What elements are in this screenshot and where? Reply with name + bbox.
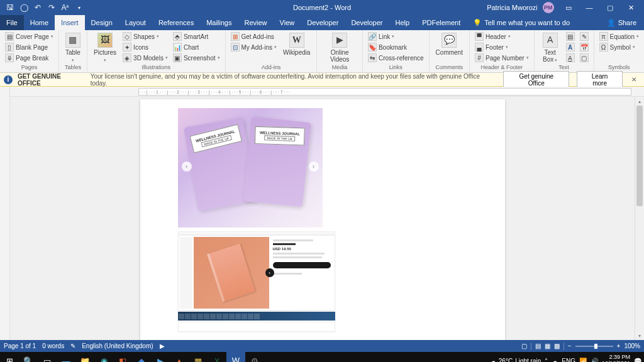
- search-icon[interactable]: 🔍: [19, 352, 38, 362]
- redo-icon[interactable]: ↷: [47, 3, 57, 13]
- tray-lang[interactable]: ENG: [562, 358, 575, 363]
- share-button[interactable]: 👤 Share: [607, 19, 644, 27]
- object-button[interactable]: ▢: [579, 53, 590, 63]
- embedded-image-journals[interactable]: WELLNESS JOURNALMADE IN THE UK WELLNESS …: [178, 108, 323, 228]
- table-button[interactable]: ▦Table: [63, 31, 83, 64]
- page-break-button[interactable]: ⤋Page Break: [4, 53, 55, 63]
- tab-review[interactable]: Review: [238, 15, 274, 30]
- task-view-icon[interactable]: ▭: [38, 352, 57, 362]
- start-button[interactable]: ⊞: [0, 352, 19, 362]
- edge-icon[interactable]: ◉: [94, 352, 113, 362]
- display-settings-icon[interactable]: ▢: [521, 343, 527, 349]
- user-avatar[interactable]: PM: [543, 2, 554, 13]
- tab-view[interactable]: View: [274, 15, 301, 30]
- icons-button[interactable]: ✦Icons: [121, 42, 169, 52]
- taskbar-app-2[interactable]: ◧: [113, 352, 132, 362]
- tab-developer-2[interactable]: Developer: [345, 15, 389, 30]
- page-number-button[interactable]: #Page Number: [474, 53, 530, 63]
- weather-widget[interactable]: ☁ 26°C Light rain: [490, 358, 541, 363]
- wordart-button[interactable]: A: [565, 42, 576, 52]
- notifications-icon[interactable]: 💬: [634, 358, 641, 363]
- sigline-button[interactable]: ✎: [579, 31, 590, 41]
- ribbon-options-icon[interactable]: ▭: [559, 0, 578, 15]
- tab-home[interactable]: Home: [24, 15, 55, 30]
- qat-icon[interactable]: ◯: [19, 3, 29, 13]
- zoom-level[interactable]: 100%: [624, 343, 640, 349]
- tab-insert[interactable]: Insert: [55, 15, 85, 30]
- get-addins-button[interactable]: ⊞Get Add-ins: [230, 31, 278, 41]
- learn-more-button[interactable]: Learn more: [577, 71, 623, 89]
- tell-me-search[interactable]: 💡 Tell me what you want to do: [473, 19, 570, 27]
- comment-button[interactable]: 💬Comment: [433, 31, 465, 57]
- excel-icon[interactable]: X: [208, 352, 226, 362]
- tray-cloud-icon[interactable]: ☁: [552, 358, 558, 363]
- dropcap-button[interactable]: A̲: [565, 53, 576, 63]
- datetime-button[interactable]: 📅: [579, 42, 590, 52]
- tray-chevron-icon[interactable]: ˄: [545, 358, 548, 363]
- vertical-scrollbar[interactable]: ▴ ▾: [635, 97, 644, 340]
- settings-icon[interactable]: ⚙: [245, 352, 264, 362]
- tray-volume-icon[interactable]: 🔊: [591, 358, 598, 363]
- bookmark-button[interactable]: 🔖Bookmark: [367, 42, 425, 52]
- web-layout-icon[interactable]: ▩: [554, 343, 560, 349]
- tab-help[interactable]: Help: [389, 15, 416, 30]
- embedded-image-screenshot[interactable]: › USD 19.55: [178, 231, 335, 332]
- read-mode-icon[interactable]: ▤: [535, 343, 541, 349]
- spellcheck-icon[interactable]: ✎: [70, 343, 75, 349]
- language-indicator[interactable]: English (United Kingdom): [82, 343, 153, 349]
- tray-network-icon[interactable]: 📶: [579, 358, 587, 363]
- word-icon[interactable]: W: [226, 352, 245, 362]
- tab-layout[interactable]: Layout: [119, 15, 152, 30]
- scroll-down-icon[interactable]: ▾: [635, 331, 644, 340]
- zoom-slider[interactable]: [575, 346, 613, 347]
- taskbar-app-4[interactable]: ▶: [151, 352, 170, 362]
- get-genuine-button[interactable]: Get genuine Office: [503, 71, 569, 89]
- taskbar-app-1[interactable]: ▬: [57, 352, 75, 362]
- tab-mailings[interactable]: Mailings: [200, 15, 238, 30]
- symbol-button[interactable]: ΩSymbol: [598, 42, 640, 52]
- document-canvas[interactable]: WELLNESS JOURNALMADE IN THE UK WELLNESS …: [10, 97, 635, 340]
- zoom-in-icon[interactable]: +: [617, 343, 621, 349]
- print-layout-icon[interactable]: ▦: [545, 343, 550, 349]
- horizontal-ruler[interactable]: · · · | · · · 1 · · · | · · · 2 · · · | …: [0, 87, 644, 97]
- header-button[interactable]: ▀Header: [474, 31, 530, 41]
- pictures-button[interactable]: 🖼Pictures: [91, 31, 119, 64]
- blank-page-button[interactable]: ▯Blank Page: [4, 42, 55, 52]
- user-name[interactable]: Patricia Mworozi: [487, 4, 538, 11]
- link-button[interactable]: 🔗Link: [367, 31, 425, 41]
- zoom-out-icon[interactable]: −: [568, 343, 572, 349]
- screenshot-button[interactable]: ▣Screenshot: [172, 53, 221, 63]
- taskbar-app-5[interactable]: ▦: [189, 352, 208, 362]
- save-icon[interactable]: 🖫: [5, 3, 15, 13]
- tab-developer[interactable]: Developer: [301, 15, 345, 30]
- taskbar-app-3[interactable]: ◆: [132, 352, 151, 362]
- warning-close-icon[interactable]: ✕: [628, 76, 640, 83]
- textbox-button[interactable]: AText Box: [538, 31, 562, 64]
- file-explorer-icon[interactable]: 📁: [75, 352, 94, 362]
- tab-design[interactable]: Design: [85, 15, 119, 30]
- touch-mode-icon[interactable]: Aᵃ: [60, 3, 70, 13]
- footer-button[interactable]: ▄Footer: [474, 42, 530, 52]
- tab-file[interactable]: File: [0, 15, 24, 30]
- online-videos-button[interactable]: ▶Online Videos: [321, 31, 358, 64]
- system-clock[interactable]: 2:39 PM 10/16/2021: [602, 354, 630, 362]
- minimize-icon[interactable]: —: [580, 0, 599, 15]
- vertical-ruler[interactable]: [0, 97, 10, 340]
- my-addins-button[interactable]: ⊡My Add-ins: [230, 42, 278, 52]
- page-indicator[interactable]: Page 1 of 1: [4, 343, 36, 349]
- cover-page-button[interactable]: ▤Cover Page: [4, 31, 55, 41]
- wikipedia-button[interactable]: WWikipedia: [280, 31, 313, 57]
- scroll-up-icon[interactable]: ▴: [635, 97, 644, 106]
- close-icon[interactable]: ✕: [621, 0, 640, 15]
- shapes-button[interactable]: ◇Shapes: [121, 31, 169, 41]
- undo-icon[interactable]: ↶: [33, 3, 43, 13]
- chart-button[interactable]: 📊Chart: [172, 42, 221, 52]
- 3d-models-button[interactable]: ◈3D Models: [121, 53, 169, 63]
- smartart-button[interactable]: ⬘SmartArt: [172, 31, 221, 41]
- word-count[interactable]: 0 words: [42, 343, 64, 349]
- scrollbar-thumb[interactable]: [636, 106, 643, 206]
- maximize-icon[interactable]: ▢: [601, 0, 619, 15]
- tab-pdfelement[interactable]: PDFelement: [416, 15, 467, 30]
- qat-customize-icon[interactable]: ▾: [74, 3, 84, 13]
- equation-button[interactable]: πEquation: [598, 31, 640, 41]
